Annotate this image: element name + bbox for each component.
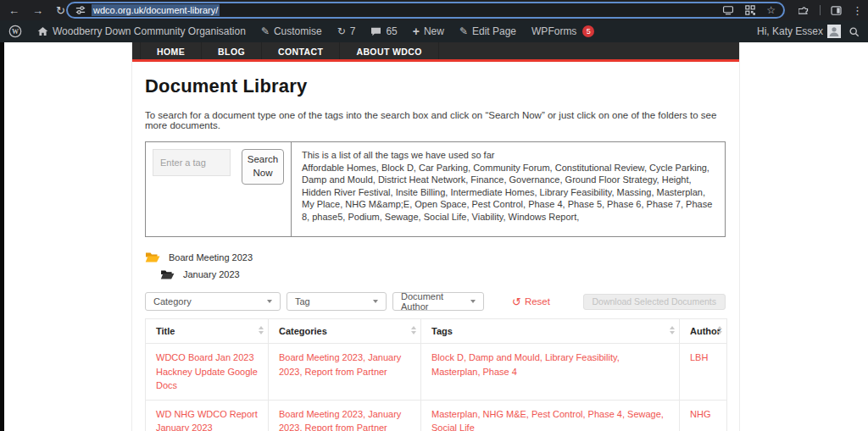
doc-title-link[interactable]: WDCO Board Jan 2023 Hackney Update Googl… [146, 344, 269, 401]
plus-icon: + [413, 25, 420, 37]
admin-account[interactable]: Hi, Katy Essex [757, 25, 841, 38]
doc-title-link[interactable]: WD NHG WDCO Report January 2023 [146, 400, 269, 431]
search-controls: Search Now [146, 142, 292, 236]
document-author-select[interactable]: Document Author [392, 292, 484, 311]
nav-item-contact[interactable]: CONTACT [262, 42, 340, 59]
column-header-title[interactable]: Title [146, 319, 269, 344]
tags-panel: This is a list of all the tags we have u… [292, 142, 725, 236]
chevron-down-icon [267, 300, 272, 303]
sort-icon[interactable] [717, 326, 722, 334]
qr-code-icon[interactable] [745, 5, 755, 15]
forward-icon[interactable]: → [32, 5, 43, 16]
updates-count: 7 [350, 25, 356, 37]
home-icon [37, 26, 48, 36]
column-header-tags[interactable]: Tags [421, 319, 680, 344]
site-container: HOME BLOG CONTACT ABOUT WDCO Document Li… [131, 42, 740, 431]
url-text[interactable]: wdco.org.uk/document-library/ [92, 4, 220, 16]
table-row: WD NHG WDCO Report January 2023 Board Me… [146, 400, 727, 431]
folder-january-2023[interactable]: January 2023 [160, 266, 726, 283]
search-panel: Search Now This is a list of all the tag… [145, 141, 726, 237]
site-settings-icon[interactable] [75, 5, 86, 15]
edit-pencil-icon: ✎ [459, 26, 468, 36]
side-panel-icon[interactable] [831, 6, 842, 15]
admin-site-link[interactable]: Woodberry Down Community Organisation [37, 25, 246, 37]
browser-menu-icon[interactable]: ⋮ [852, 4, 863, 17]
folder-label: Board Meeting 2023 [169, 252, 253, 262]
search-now-button[interactable]: Search Now [242, 149, 284, 185]
sort-icon[interactable] [411, 326, 416, 334]
wp-logo-icon[interactable]: W [8, 25, 22, 38]
download-selected-button[interactable]: Download Selected Documents [583, 294, 726, 310]
admin-comments[interactable]: 65 [370, 25, 397, 37]
browser-toolbar: ← → ↻ wdco.org.uk/document-library/ ☆ ⋮ [0, 0, 868, 20]
chevron-down-icon [373, 300, 378, 303]
tag-search-input[interactable] [153, 149, 231, 176]
folder-board-meeting-2023[interactable]: Board Meeting 2023 [145, 249, 726, 266]
documents-table: Title Categories Tags Author WDCO Board … [145, 318, 727, 431]
comments-icon [370, 27, 381, 36]
doc-categories-links[interactable]: Board Meeting 2023, January 2023, Report… [269, 400, 421, 431]
tag-select[interactable]: Tag [287, 292, 387, 311]
toolbar-divider [820, 5, 821, 15]
bookmark-star-icon[interactable]: ☆ [766, 4, 776, 16]
svg-text:W: W [12, 28, 19, 36]
category-select[interactable]: Category [145, 292, 281, 311]
doc-tags-links[interactable]: Masterplan, NHG M&E, Pest Control, Phase… [421, 400, 680, 431]
nav-item-about-wdco[interactable]: ABOUT WDCO [340, 42, 439, 59]
extensions-icon[interactable] [798, 5, 810, 16]
folder-tree: Board Meeting 2023 January 2023 [145, 249, 726, 283]
column-header-categories[interactable]: Categories [269, 319, 421, 344]
updates-icon: ↻ [337, 26, 346, 36]
admin-customise[interactable]: ✎ Customise [261, 25, 322, 37]
doc-categories-links[interactable]: Board Meeting 2023, January 2023, Report… [269, 344, 421, 401]
reload-icon[interactable]: ↻ [56, 5, 65, 16]
column-header-author[interactable]: Author [680, 319, 727, 344]
reset-button[interactable]: ↺ Reset [512, 296, 550, 307]
intro-text: To search for a document type one of the… [145, 110, 726, 130]
wpforms-badge: 5 [582, 25, 594, 37]
admin-updates[interactable]: ↻ 7 [337, 25, 356, 37]
table-header-row: Title Categories Tags Author [146, 319, 727, 344]
site-nav: HOME BLOG CONTACT ABOUT WDCO [132, 42, 739, 62]
sort-icon[interactable] [259, 326, 264, 334]
filter-bar: Category Tag Document Author ↺ Reset Dow… [145, 292, 726, 311]
comments-count: 65 [386, 25, 397, 37]
wp-admin-bar: W Woodberry Down Community Organisation … [0, 20, 868, 42]
folder-open-icon [145, 251, 160, 263]
admin-greeting: Hi, Katy Essex [757, 25, 823, 37]
doc-author-link[interactable]: NHG [680, 400, 727, 431]
chevron-down-icon [470, 300, 476, 303]
tags-intro: This is a list of all the tags we have u… [302, 149, 715, 162]
doc-author-link[interactable]: LBH [680, 344, 727, 401]
address-bar[interactable]: wdco.org.uk/document-library/ ☆ [66, 2, 785, 19]
customise-pencil-icon: ✎ [261, 26, 270, 36]
nav-item-home[interactable]: HOME [140, 42, 202, 59]
admin-site-name: Woodberry Down Community Organisation [53, 25, 246, 37]
search-icon[interactable] [849, 26, 860, 37]
tags-list: Affordable Homes, Block D, Car Parking, … [302, 162, 715, 224]
nav-item-blog[interactable]: BLOG [202, 42, 262, 59]
folder-icon [160, 269, 175, 280]
sort-icon[interactable] [670, 326, 675, 334]
folder-label: January 2023 [183, 269, 240, 279]
admin-new[interactable]: + New [413, 25, 444, 37]
back-icon[interactable]: ← [8, 5, 19, 16]
window-edge [0, 42, 4, 431]
send-to-devices-icon[interactable] [722, 5, 734, 15]
page-title: Document Library [145, 75, 726, 97]
table-row: WDCO Board Jan 2023 Hackney Update Googl… [146, 344, 727, 401]
reset-icon: ↺ [512, 296, 521, 307]
avatar [827, 25, 841, 38]
admin-edit-page[interactable]: ✎ Edit Page [459, 25, 516, 37]
doc-tags-links[interactable]: Block D, Damp and Mould, Library Feasibi… [421, 344, 680, 401]
admin-wpforms[interactable]: WPForms 5 [531, 25, 594, 37]
